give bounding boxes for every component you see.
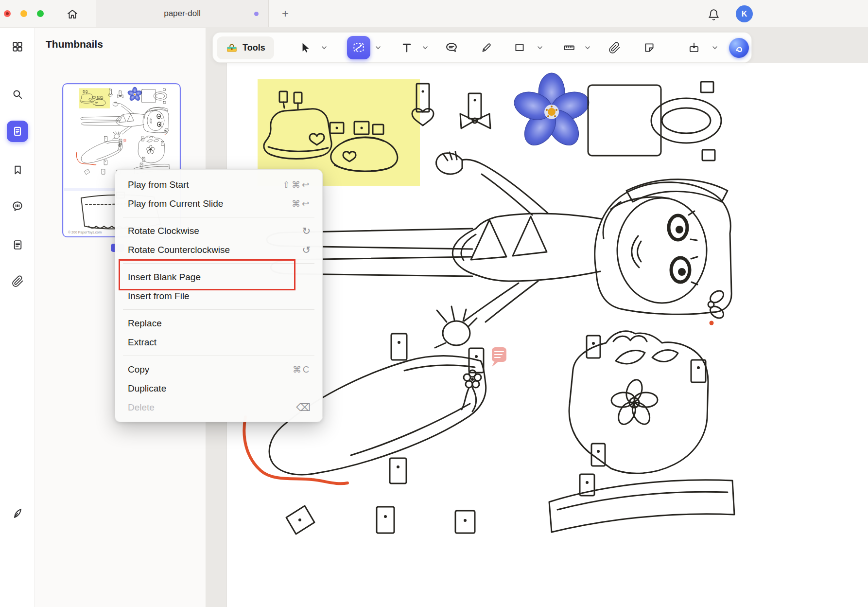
text-tool[interactable] [398, 39, 416, 56]
search-icon [11, 88, 24, 101]
text-tool-icon [400, 41, 413, 54]
save-tool[interactable] [685, 39, 703, 56]
bag-drawing [588, 82, 721, 161]
sidebar-item-comments[interactable] [7, 196, 28, 217]
shape-tool-dropdown[interactable] [537, 44, 543, 51]
select-tool-dropdown[interactable] [321, 44, 328, 51]
menu-item-insert-from-file[interactable]: Insert from File [115, 286, 322, 305]
comment-tool[interactable] [443, 39, 460, 56]
menu-item-delete[interactable]: Delete ⌫ [115, 398, 322, 417]
home-button[interactable] [64, 6, 81, 22]
menu-divider [123, 356, 314, 356]
user-avatar[interactable]: K [736, 5, 753, 22]
ai-swirl-icon [733, 42, 745, 54]
document-page[interactable] [227, 63, 868, 607]
shape-tool[interactable] [511, 39, 528, 56]
bell-icon [708, 9, 720, 21]
select-tool[interactable] [296, 39, 314, 56]
sidebar-item-attachments[interactable] [7, 270, 28, 292]
tab-title: paper-doll [164, 9, 201, 18]
shirt-drawing [569, 331, 708, 473]
icon-rail [0, 28, 35, 607]
sidebar-item-search[interactable] [7, 84, 28, 105]
bottom-pieces [286, 474, 734, 534]
bookmark-icon [12, 164, 24, 176]
panel-title: Thumbnails [46, 38, 103, 50]
tools-label: Tools [243, 43, 265, 53]
menu-item-extract[interactable]: Extract [115, 333, 322, 352]
sidebar-item-pages[interactable] [7, 121, 28, 142]
menu-item-play-from-current-slide[interactable]: Play from Current Slide ⌘↩ [115, 194, 322, 213]
menu-item-rotate-counterclockwise[interactable]: Rotate Counterclockwise ↺ [115, 240, 322, 259]
apps-grid-icon [11, 40, 24, 53]
titlebar: paper-doll + K [0, 0, 868, 27]
flower-sticker[interactable] [511, 73, 593, 151]
stray-dot [710, 321, 714, 325]
comment-bubble-icon [445, 41, 458, 54]
app-window: paper-doll + K [0, 0, 868, 607]
menu-item-rotate-clockwise[interactable]: Rotate Clockwise ↻ [115, 221, 322, 240]
sidebar-item-bookmarks[interactable] [7, 159, 28, 180]
sidebar-item-reader[interactable] [7, 234, 28, 255]
toolbox-icon [226, 42, 238, 54]
notifications-button[interactable] [706, 7, 721, 22]
pen-stroke[interactable] [244, 417, 347, 483]
reader-icon [12, 239, 24, 251]
menu-item-duplicate[interactable]: Duplicate [115, 379, 322, 398]
sidebar-item-apps[interactable] [7, 36, 28, 57]
chevron-down-icon [375, 46, 381, 50]
ruler-icon [562, 41, 576, 54]
cursor-icon [299, 41, 312, 54]
snip-tool-dropdown[interactable] [375, 44, 382, 51]
new-tab-button[interactable]: + [278, 6, 293, 21]
tools-button[interactable]: Tools [217, 36, 274, 59]
pages-icon [11, 125, 24, 138]
menu-divider [123, 309, 314, 310]
context-menu: Play from Start ⇧⌘↩ Play from Current Sl… [115, 169, 323, 422]
comments-icon [11, 200, 24, 213]
smart-snip-icon [352, 41, 365, 54]
delete-back-icon: ⌫ [296, 402, 311, 413]
zoom-window-button[interactable] [37, 10, 44, 17]
rotate-ccw-icon: ↺ [302, 244, 311, 256]
thumbnail-footer-text: © 200 PaperToys.com [68, 231, 102, 234]
save-box-icon [688, 41, 700, 54]
attach-tool[interactable] [606, 39, 623, 56]
sidebar-item-pen[interactable] [7, 502, 28, 524]
menu-item-copy[interactable]: Copy ⌘C [115, 360, 322, 379]
close-window-button[interactable] [4, 10, 11, 17]
menu-item-replace[interactable]: Replace [115, 314, 322, 333]
rotate-cw-icon: ↻ [302, 225, 311, 237]
menu-divider [123, 217, 314, 217]
pen-tool[interactable] [478, 39, 495, 56]
menu-item-play-from-start[interactable]: Play from Start ⇧⌘↩ [115, 175, 322, 194]
save-tool-dropdown[interactable] [712, 44, 718, 51]
marker-icon [480, 41, 493, 54]
comment-marker[interactable] [492, 347, 506, 367]
tab-modified-dot [254, 12, 259, 16]
menu-item-insert-blank-page[interactable]: Insert Blank Page [115, 268, 322, 286]
paperclip-icon [608, 42, 621, 54]
home-icon [67, 8, 78, 20]
document-tab[interactable]: paper-doll [96, 0, 269, 27]
main-toolbar: Tools [212, 32, 752, 63]
paperclip-icon [12, 275, 24, 287]
chevron-down-icon [712, 46, 718, 50]
ruler-tool[interactable] [560, 39, 578, 56]
chevron-down-icon [537, 46, 543, 50]
ruler-tool-dropdown[interactable] [584, 44, 591, 51]
text-tool-dropdown[interactable] [422, 44, 429, 51]
sticker-tool[interactable] [641, 39, 658, 56]
chevron-down-icon [585, 46, 590, 50]
pen-nib-icon [11, 507, 24, 519]
menu-divider [123, 263, 314, 264]
chevron-down-icon [422, 46, 428, 50]
chevron-down-icon [321, 46, 327, 50]
minimize-window-button[interactable] [20, 10, 27, 17]
ai-assistant-button[interactable] [729, 38, 749, 58]
sticker-icon [643, 41, 656, 54]
square-shape-icon [513, 41, 526, 54]
smart-snip-tool-active[interactable] [347, 36, 370, 59]
tab-bow-piece [460, 93, 490, 128]
